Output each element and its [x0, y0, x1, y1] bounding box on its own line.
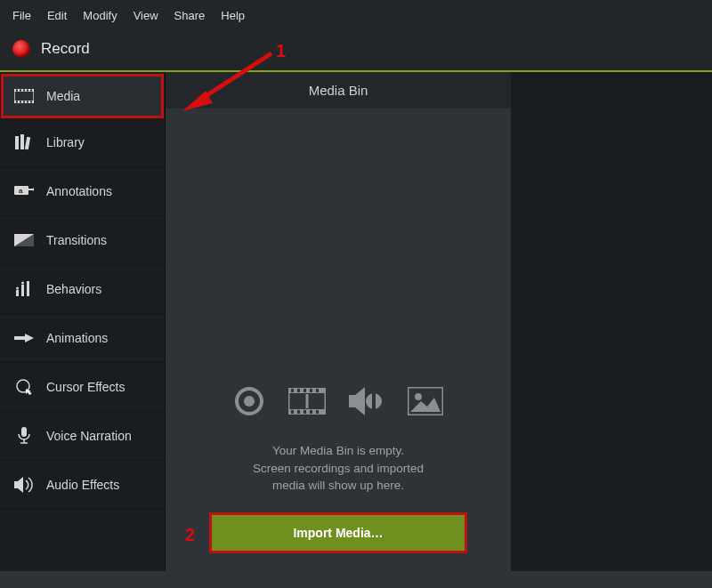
sidebar-item-label: Cursor Effects: [46, 380, 125, 394]
sidebar-item-label: Behaviors: [46, 282, 101, 296]
svg-rect-36: [303, 389, 306, 392]
svg-point-23: [21, 282, 24, 285]
record-circle-icon: [233, 385, 265, 421]
svg-text:a: a: [19, 187, 23, 195]
record-dot-icon: [12, 40, 30, 58]
svg-rect-3: [16, 90, 18, 92]
sidebar-item-cursor-effects[interactable]: Cursor Effects: [0, 363, 165, 412]
svg-rect-42: [310, 410, 312, 414]
svg-rect-5: [23, 90, 25, 92]
svg-rect-43: [316, 410, 319, 414]
media-panel: Media Bin Your Media Bin is empty. Scree…: [166, 72, 511, 571]
sidebar-item-label: Media: [46, 89, 80, 103]
svg-rect-8: [16, 101, 18, 103]
menu-edit[interactable]: Edit: [47, 9, 67, 22]
svg-rect-35: [297, 389, 300, 392]
empty-state-text: Your Media Bin is empty. Screen recordin…: [253, 442, 424, 495]
sidebar: Media Library a Annotations Transitions …: [0, 72, 166, 571]
sidebar-item-label: Library: [46, 135, 85, 149]
speaker-icon: [14, 477, 34, 493]
svg-rect-6: [27, 90, 28, 92]
svg-rect-11: [27, 101, 28, 103]
animations-icon: [14, 330, 34, 346]
speaker-large-icon: [349, 386, 384, 420]
media-type-icons-row: [233, 385, 443, 421]
svg-rect-34: [291, 389, 294, 392]
record-button-row[interactable]: Record: [0, 31, 712, 70]
sidebar-item-animations[interactable]: Animations: [0, 314, 165, 363]
svg-rect-4: [20, 90, 21, 92]
sidebar-item-label: Transitions: [46, 233, 107, 247]
filmstrip-large-icon: [288, 388, 326, 418]
svg-rect-14: [20, 134, 24, 149]
svg-rect-19: [16, 290, 19, 296]
svg-rect-37: [310, 389, 312, 392]
sidebar-item-transitions[interactable]: Transitions: [0, 216, 165, 265]
sidebar-item-label: Voice Narration: [46, 429, 132, 443]
library-icon: [14, 134, 34, 150]
menu-view[interactable]: View: [134, 9, 158, 22]
sidebar-item-behaviors[interactable]: Behaviors: [0, 265, 165, 314]
transitions-icon: [14, 232, 34, 248]
svg-rect-32: [288, 388, 326, 393]
record-label: Record: [41, 40, 90, 58]
svg-rect-7: [30, 90, 32, 92]
svg-point-22: [16, 287, 19, 290]
svg-rect-15: [25, 137, 30, 149]
svg-rect-39: [291, 410, 294, 414]
svg-rect-38: [316, 389, 319, 392]
menu-share[interactable]: Share: [174, 9, 206, 22]
sidebar-item-label: Annotations: [46, 184, 112, 198]
svg-rect-41: [303, 410, 306, 414]
menu-modify[interactable]: Modify: [83, 9, 117, 22]
sidebar-item-library[interactable]: Library: [0, 118, 165, 167]
svg-rect-20: [21, 285, 24, 296]
svg-point-48: [415, 393, 422, 400]
preview-area: [511, 72, 712, 571]
sidebar-item-audio-effects[interactable]: Audio Effects: [0, 461, 165, 510]
menu-help[interactable]: Help: [221, 9, 245, 22]
svg-rect-13: [15, 136, 19, 149]
media-bin-empty-state: Your Media Bin is empty. Screen recordin…: [166, 109, 511, 571]
svg-rect-46: [372, 393, 376, 409]
microphone-icon: [14, 428, 34, 444]
cursor-effects-icon: [14, 379, 34, 395]
svg-rect-26: [21, 427, 27, 437]
svg-rect-40: [297, 410, 300, 414]
svg-rect-12: [30, 101, 32, 103]
annotation-icon: a: [14, 183, 34, 199]
behaviors-icon: [14, 281, 34, 297]
svg-point-30: [244, 396, 255, 407]
panel-title: Media Bin: [166, 72, 511, 109]
import-media-button[interactable]: Import Media…: [209, 512, 467, 553]
menu-bar: File Edit Modify View Share Help: [0, 0, 712, 31]
filmstrip-icon: [14, 88, 34, 104]
sidebar-item-media[interactable]: Media: [1, 74, 164, 118]
svg-rect-10: [23, 101, 25, 103]
menu-file[interactable]: File: [12, 9, 31, 22]
sidebar-item-annotations[interactable]: a Annotations: [0, 167, 165, 216]
sidebar-item-voice-narration[interactable]: Voice Narration: [0, 412, 165, 461]
image-large-icon: [408, 387, 443, 419]
svg-rect-21: [27, 281, 29, 296]
sidebar-item-label: Audio Effects: [46, 478, 119, 492]
svg-rect-9: [20, 101, 21, 103]
sidebar-item-label: Animations: [46, 331, 108, 345]
svg-rect-33: [288, 409, 326, 415]
